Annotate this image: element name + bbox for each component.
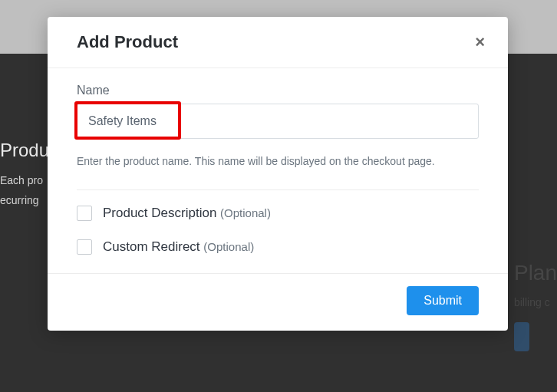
add-product-modal: Add Product × Name Enter the product nam… bbox=[48, 17, 508, 331]
name-label: Name bbox=[77, 84, 479, 97]
name-input-wrapper bbox=[77, 104, 479, 139]
custom-redirect-checkbox[interactable] bbox=[77, 239, 92, 255]
product-description-checkbox[interactable] bbox=[77, 206, 92, 221]
custom-redirect-row: Custom Redirect (Optional) bbox=[77, 239, 479, 255]
modal-header: Add Product × bbox=[48, 17, 508, 68]
modal-body: Name Enter the product name. This name w… bbox=[48, 68, 508, 255]
product-description-optional: (Optional) bbox=[220, 206, 271, 219]
product-description-row: Product Description (Optional) bbox=[77, 206, 479, 221]
custom-redirect-label[interactable]: Custom Redirect (Optional) bbox=[103, 239, 254, 255]
divider bbox=[77, 189, 479, 190]
name-helper: Enter the product name. This name will b… bbox=[77, 153, 479, 171]
custom-redirect-text: Custom Redirect bbox=[103, 239, 200, 254]
modal-title: Add Product bbox=[77, 32, 178, 52]
product-description-text: Product Description bbox=[103, 206, 216, 220]
name-input[interactable] bbox=[77, 104, 479, 139]
submit-button[interactable]: Submit bbox=[407, 286, 479, 315]
modal-footer: Submit bbox=[48, 273, 508, 331]
custom-redirect-optional: (Optional) bbox=[203, 240, 254, 253]
close-icon[interactable]: × bbox=[475, 34, 485, 51]
product-description-label[interactable]: Product Description (Optional) bbox=[103, 206, 271, 221]
